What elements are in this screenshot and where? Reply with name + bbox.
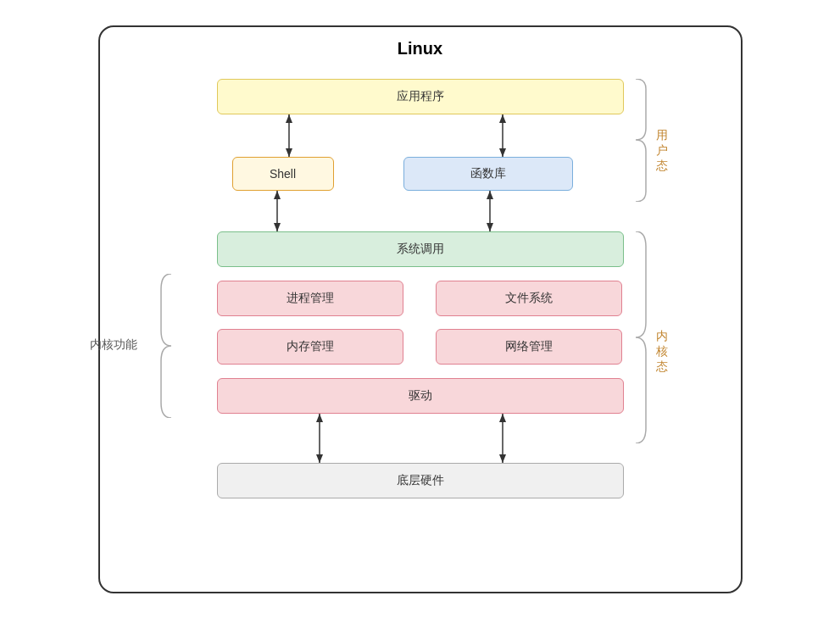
diagram-inner: 应用程序 用户态 She xyxy=(183,70,658,575)
main-box: Linux 应用程序 用户态 xyxy=(98,25,743,593)
svg-marker-17 xyxy=(499,454,506,463)
svg-marker-1 xyxy=(286,114,292,123)
svg-marker-14 xyxy=(316,454,323,463)
svg-marker-10 xyxy=(487,191,493,199)
arrow-shell-syscall xyxy=(271,191,283,231)
filesystem-block: 文件系统 xyxy=(436,281,622,316)
syscall-block: 系统调用 xyxy=(217,231,624,267)
network-block: 网络管理 xyxy=(436,329,622,365)
svg-marker-11 xyxy=(487,223,493,231)
user-state-label: 用户态 xyxy=(656,128,668,174)
hardware-block: 底层硬件 xyxy=(217,463,624,498)
driver-block: 驱动 xyxy=(217,378,624,414)
memory-block: 内存管理 xyxy=(217,329,403,365)
kernel-brace xyxy=(632,231,649,443)
svg-marker-13 xyxy=(316,414,323,422)
svg-marker-4 xyxy=(499,114,506,123)
process-block: 进程管理 xyxy=(217,281,403,316)
arrow-app-shell xyxy=(283,114,295,157)
shell-block: Shell xyxy=(232,157,334,191)
kernel-func-label: 内核功能 xyxy=(90,337,137,353)
arrow-app-lib xyxy=(497,114,509,157)
kernel-func-brace xyxy=(158,274,175,418)
svg-marker-7 xyxy=(274,191,281,199)
user-brace xyxy=(632,79,649,202)
lib-block: 函数库 xyxy=(403,157,573,191)
arrow-driver-hw-right xyxy=(497,414,509,463)
svg-marker-16 xyxy=(499,414,506,422)
main-title: Linux xyxy=(398,39,442,58)
kernel-state-label: 内核态 xyxy=(656,329,668,375)
arrow-lib-syscall xyxy=(484,191,496,231)
diagram-container: Linux 应用程序 用户态 xyxy=(31,13,810,606)
app-block: 应用程序 xyxy=(217,79,624,114)
arrow-driver-hw-left xyxy=(314,414,325,463)
svg-marker-2 xyxy=(286,148,292,157)
svg-marker-8 xyxy=(274,223,281,231)
svg-marker-5 xyxy=(499,148,506,157)
